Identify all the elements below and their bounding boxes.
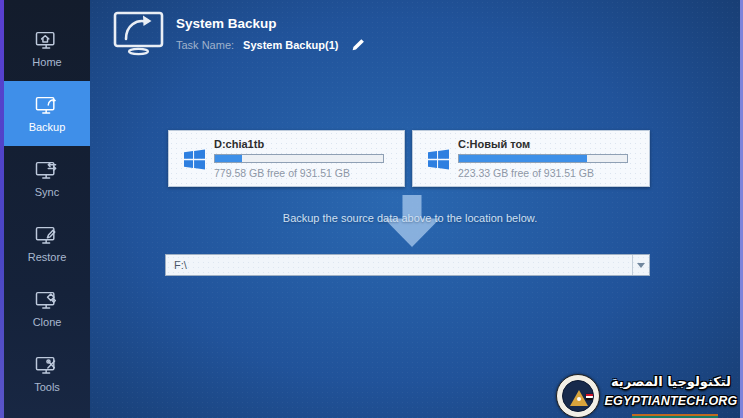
watermark-banner <box>632 414 718 418</box>
drive-free-space: 223.33 GB free of 931.51 GB <box>458 167 594 179</box>
sidebar-item-backup[interactable]: Backup <box>4 81 90 146</box>
sidebar-item-sync[interactable]: Sync <box>4 146 90 211</box>
source-drive-card-c[interactable]: C:Новый том 223.33 GB free of 931.51 GB <box>412 130 650 187</box>
sidebar-item-label: Home <box>32 56 61 68</box>
edit-task-name-button[interactable] <box>352 38 365 51</box>
drive-name: D:chia1tb <box>214 138 264 150</box>
sidebar-item-restore[interactable]: Restore <box>4 211 90 276</box>
sidebar: Home Backup Sync Restore <box>4 0 90 418</box>
drive-usage-fill <box>459 155 587 162</box>
sidebar-item-label: Tools <box>34 381 60 393</box>
home-monitor-icon <box>34 30 60 51</box>
task-name-value: System Backup(1) <box>243 39 338 51</box>
task-name-label: Task Name: <box>176 39 234 51</box>
watermark: لتكنولوجيا المصرية EGYPTIANTECH.ORG <box>552 368 742 418</box>
drive-usage-bar <box>458 154 628 163</box>
sidebar-item-label: Sync <box>35 186 59 198</box>
backup-hint-text: Backup the source data above to the loca… <box>90 212 730 224</box>
destination-value: F:\ <box>166 259 632 271</box>
egyptiantech-logo-icon <box>556 374 600 418</box>
sidebar-item-label: Restore <box>28 251 67 263</box>
system-backup-monitor-icon <box>112 10 166 60</box>
sync-monitor-icon <box>34 160 60 181</box>
pencil-icon <box>352 38 365 51</box>
drive-free-space: 779.58 GB free of 931.51 GB <box>214 167 350 179</box>
sidebar-item-home[interactable]: Home <box>4 16 90 81</box>
watermark-site-text: EGYPTIANTECH.ORG <box>602 394 740 408</box>
main-panel: System Backup Task Name: System Backup(1… <box>90 0 740 418</box>
restore-monitor-icon <box>34 225 60 246</box>
window-left-border <box>0 0 4 418</box>
backup-monitor-icon <box>34 95 60 116</box>
sidebar-item-tools[interactable]: Tools <box>4 341 90 406</box>
sidebar-item-label: Clone <box>33 316 62 328</box>
tools-monitor-icon <box>34 355 60 376</box>
source-drive-card-d[interactable]: D:chia1tb 779.58 GB free of 931.51 GB <box>168 130 405 187</box>
drive-name: C:Новый том <box>458 138 530 150</box>
task-name-row: Task Name: System Backup(1) <box>176 38 365 51</box>
watermark-arabic-text: لتكنولوجيا المصرية <box>602 374 740 389</box>
drive-usage-bar <box>214 154 384 163</box>
sidebar-item-label: Backup <box>29 121 66 133</box>
windows-logo-icon <box>428 149 449 170</box>
destination-dropdown-button[interactable] <box>632 255 649 275</box>
destination-dropdown[interactable]: F:\ <box>165 254 650 276</box>
chevron-down-icon <box>637 263 645 268</box>
page-title: System Backup <box>176 16 277 31</box>
clone-monitor-icon <box>34 290 60 311</box>
windows-logo-icon <box>184 149 205 170</box>
sidebar-item-clone[interactable]: Clone <box>4 276 90 341</box>
drive-usage-fill <box>215 155 242 162</box>
